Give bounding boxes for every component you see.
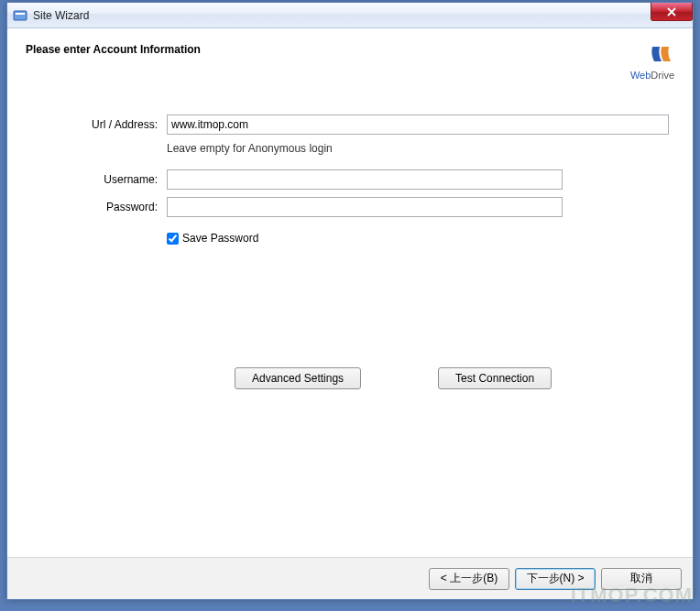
dialog-window: Site Wizard Please enter Account Informa… [6, 2, 694, 600]
app-icon [13, 8, 27, 23]
cancel-button[interactable]: 取消 [601, 568, 682, 590]
close-button[interactable] [651, 3, 693, 21]
next-button[interactable]: 下一步(N) > [515, 568, 596, 590]
url-label: Url / Address: [22, 118, 167, 131]
svg-rect-0 [14, 11, 27, 20]
advanced-settings-button[interactable]: Advanced Settings [235, 367, 361, 389]
username-label: Username: [22, 173, 167, 186]
password-label: Password: [22, 201, 167, 213]
back-button[interactable]: < 上一步(B) [429, 568, 509, 590]
save-password-checkbox[interactable] [167, 233, 179, 245]
brand-logo-block: WebDrive [630, 43, 674, 81]
svg-rect-1 [16, 13, 25, 15]
url-hint: Leave empty for Anonymous login [167, 142, 678, 155]
username-input[interactable] [167, 169, 563, 190]
password-input[interactable] [167, 197, 563, 217]
save-password-label: Save Password [182, 232, 258, 245]
page-title: Please enter Account Information [26, 43, 201, 56]
url-input[interactable] [167, 115, 669, 135]
wizard-footer: < 上一步(B) 下一步(N) > 取消 [7, 557, 693, 599]
brand-text: WebDrive [630, 70, 674, 81]
header: Please enter Account Information WebDriv… [7, 28, 693, 92]
webdrive-icon [649, 43, 674, 65]
titlebar[interactable]: Site Wizard [7, 3, 693, 28]
window-title: Site Wizard [33, 9, 89, 22]
test-connection-button[interactable]: Test Connection [438, 367, 552, 389]
form-area: Url / Address: Leave empty for Anonymous… [7, 93, 693, 557]
